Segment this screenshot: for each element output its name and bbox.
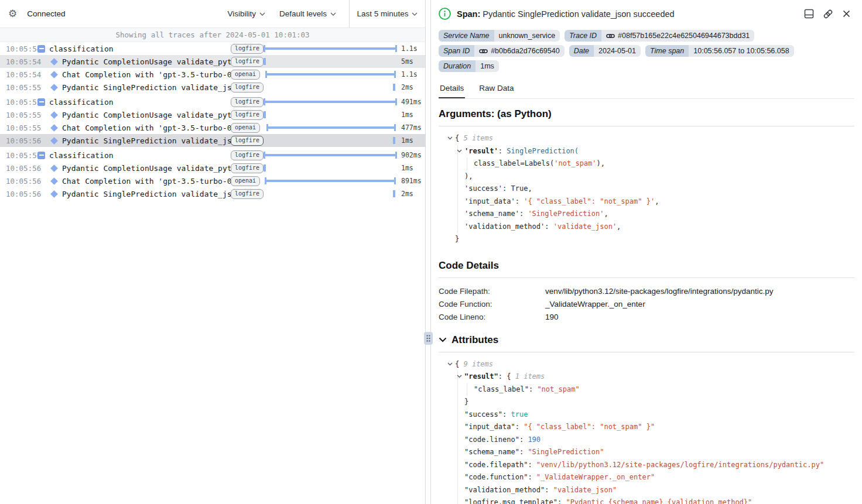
code-token-str: "validate_json"	[553, 486, 617, 494]
code-detail-row: Code Function:_ValidateWrapper._on_enter	[439, 298, 854, 311]
code-line: class_label=Labels('not_spam'),	[443, 157, 854, 170]
trace-row-name-cell: classification	[37, 98, 231, 107]
indent-guide	[457, 183, 458, 196]
collapse-toggle-icon[interactable]	[37, 98, 45, 106]
duration-bar-track	[264, 149, 397, 162]
code-detail-label: Code Function:	[439, 298, 545, 311]
badge-value-text: unknown_service	[499, 32, 556, 40]
badge-value: 1ms	[476, 60, 499, 72]
badge-value: 2024-05-01	[594, 45, 641, 57]
collapse-toggle-icon[interactable]	[447, 362, 453, 366]
code-detail-value: 190	[545, 311, 559, 324]
visibility-dropdown[interactable]: Visibility	[220, 0, 272, 28]
gear-icon[interactable]: ⚙	[8, 9, 17, 19]
link-icon[interactable]	[606, 33, 615, 39]
close-icon	[842, 9, 851, 18]
trace-row[interactable]: 10:05:55Chat Completion with 'gpt-3.5-tu…	[0, 121, 425, 134]
trace-row[interactable]: 10:05:55Pydantic SinglePrediction valida…	[0, 81, 425, 94]
code-line: "code.function": "_ValidateWrapper._on_e…	[443, 471, 854, 484]
trace-row[interactable]: 10:05:56Pydantic SinglePrediction valida…	[0, 134, 425, 147]
duration-tick	[393, 137, 395, 144]
tab-raw-data[interactable]: Raw Data	[478, 80, 515, 98]
arguments-heading: Arguments: (as Python)	[439, 108, 854, 120]
collapse-toggle-icon[interactable]	[37, 45, 45, 53]
duration-bar-track	[264, 174, 397, 187]
divider-line	[439, 277, 854, 278]
code-token-str: "SinglePrediction"	[528, 448, 604, 456]
code-token-plain: {	[455, 134, 463, 142]
tab-details[interactable]: Details	[439, 80, 465, 98]
copy-link-button[interactable]	[822, 8, 834, 20]
scope-tag: logfire	[231, 163, 264, 173]
code-token-plain: : {	[498, 372, 515, 380]
trace-row[interactable]: 10:05:54classificationlogfire1.1s	[0, 42, 425, 55]
badge-value-text: 2024-05-01	[598, 47, 636, 55]
duration-label: 1ms	[397, 164, 425, 172]
indent-guide	[457, 196, 458, 208]
trace-row[interactable]: 10:05:56Pydantic CompletionUsage validat…	[0, 162, 425, 174]
trace-row-time: 10:05:55	[0, 98, 37, 107]
scope-tag: logfire	[231, 189, 264, 199]
trace-row-time: 10:05:56	[0, 136, 37, 145]
duration-bar-track	[264, 95, 397, 108]
trace-row[interactable]: 10:05:56Chat Completion with 'gpt-3.5-tu…	[0, 174, 425, 187]
indent-guide	[457, 446, 458, 459]
trace-row[interactable]: 10:05:56classificationlogfire902ms	[0, 149, 425, 162]
trace-row[interactable]: 10:05:54Chat Completion with 'gpt-3.5-tu…	[0, 68, 425, 81]
span-diamond-icon	[50, 177, 58, 185]
badge-value-text: 1ms	[480, 62, 494, 70]
badge-label: Date	[569, 45, 594, 57]
code-details-rows: Code Filepath:venv/lib/python3.12/site-p…	[439, 280, 854, 325]
panel-resize-handle[interactable]	[424, 332, 433, 345]
scope-tag-cell: openai	[231, 70, 260, 80]
chevron-down-icon[interactable]	[439, 337, 447, 342]
collapse-toggle-icon[interactable]	[457, 149, 462, 153]
trace-row[interactable]: 10:05:55Pydantic CompletionUsage validat…	[0, 108, 425, 121]
code-line: }	[443, 233, 854, 246]
code-token-str: 'SinglePrediction'	[528, 210, 604, 218]
duration-bar	[264, 98, 397, 105]
link-icon[interactable]	[479, 48, 488, 54]
dock-panel-button[interactable]	[803, 8, 815, 20]
duration-bar-track	[264, 42, 397, 55]
code-token-str: "not_spam"	[537, 385, 579, 393]
trace-group: 10:05:54classificationlogfire1.1s10:05:5…	[0, 42, 425, 95]
collapse-toggle-icon[interactable]	[37, 152, 45, 159]
indent-guide	[467, 157, 467, 170]
code-token-key: 'validation_method'	[464, 222, 545, 231]
code-token-plain: :	[502, 410, 511, 419]
code-detail-label: Code Filepath:	[439, 285, 545, 298]
arguments-python-block: { 5 items'result': SinglePrediction(clas…	[439, 129, 854, 251]
close-panel-button[interactable]	[841, 8, 852, 19]
span-diamond-icon	[50, 137, 58, 145]
scope-tag-cell: logfire	[231, 163, 260, 173]
code-token-key: 'success'	[464, 184, 502, 193]
collapse-toggle-icon[interactable]	[457, 375, 462, 378]
trace-row-name: Pydantic SinglePrediction validate_json	[62, 190, 231, 198]
trace-row[interactable]: 10:05:56Pydantic SinglePrediction valida…	[0, 187, 425, 200]
duration-bar	[265, 71, 395, 78]
trace-row[interactable]: 10:05:54Pydantic CompletionUsage validat…	[0, 55, 425, 68]
code-token-plain: :	[519, 448, 528, 456]
scope-tag-cell: logfire	[231, 83, 260, 92]
time-range-dropdown[interactable]: Last 5 minutes	[350, 9, 425, 18]
trace-row-time: 10:05:56	[0, 190, 37, 198]
chevron-down-icon	[259, 12, 265, 16]
duration-tick	[393, 190, 395, 197]
default-levels-dropdown[interactable]: Default levels	[272, 0, 343, 28]
indent-guide	[457, 157, 458, 170]
chevron-down-icon	[330, 12, 336, 16]
scope-tag: logfire	[231, 83, 264, 92]
trace-row-name: classification	[49, 98, 114, 107]
trace-row-name: classification	[49, 44, 114, 53]
collapse-toggle-icon[interactable]	[447, 136, 453, 140]
showing-traces-banner: Showing all traces after 2024-05-01 10:0…	[0, 28, 425, 42]
indent-guide	[457, 484, 458, 497]
trace-row-name: Pydantic CompletionUsage validate_python	[62, 57, 231, 66]
span-actions	[803, 8, 854, 20]
trace-row[interactable]: 10:05:55classificationlogfire491ms	[0, 95, 425, 108]
code-token-plain: :	[528, 461, 536, 469]
trace-row-time: 10:05:54	[0, 57, 37, 66]
code-token-key: "validation_method"	[464, 486, 545, 494]
duration-label: 1.1s	[397, 70, 425, 78]
